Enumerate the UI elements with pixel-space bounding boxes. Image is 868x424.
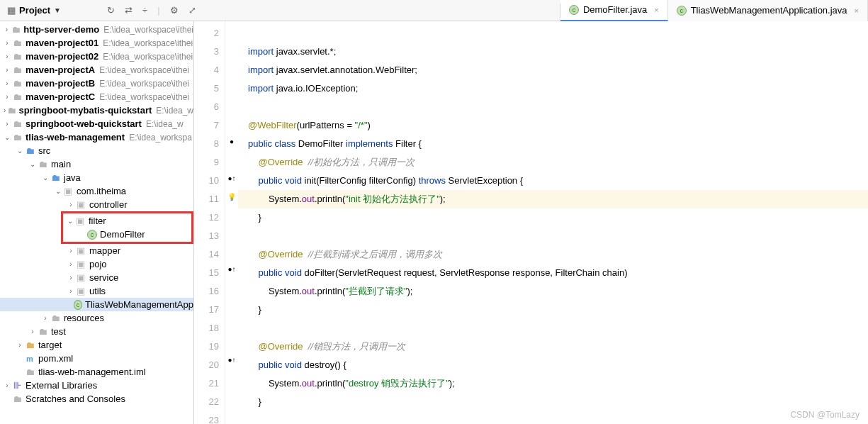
node-path: E:\idea_workspa [129, 133, 192, 143]
node-label: springboot-web-quickstart [26, 118, 142, 129]
node-label: TliasWebManagementApp [85, 299, 193, 310]
expand-icon[interactable]: › [28, 328, 37, 335]
close-icon[interactable]: × [654, 6, 658, 14]
tree-node[interactable]: ›▣utils [0, 284, 193, 298]
editor-tab[interactable]: cTliasWebManagementApplication.java× [668, 0, 868, 21]
tree-node[interactable]: ⌄🖿java [0, 171, 193, 184]
line-numbers: 234567891011121314151617181920212223 [194, 21, 225, 424]
code-area[interactable]: import javax.servlet.*;import javax.serv… [238, 21, 627, 424]
expand-icon[interactable]: › [3, 26, 11, 33]
tree-node[interactable]: ›▣pojo [0, 257, 193, 271]
editor-tab[interactable]: cDemoFilter.java× [560, 0, 668, 21]
node-label: test [51, 326, 66, 337]
node-label: tlias-web-management.iml [38, 367, 146, 377]
tree-node[interactable]: ⌄▣com.itheima [0, 184, 193, 198]
toolbar-icon[interactable]: ⤢ [188, 5, 196, 16]
tab-label: TliasWebManagementApplication.java [691, 5, 847, 16]
expand-icon[interactable]: › [3, 79, 11, 87]
tree-node[interactable]: cTliasWebManagementApp [0, 298, 193, 311]
node-label: tlias-web-management [26, 132, 125, 143]
node-path: E:\idea_workspace\ithei [99, 92, 189, 102]
tree-node[interactable]: mpom.xml [0, 352, 193, 365]
tree-node[interactable]: ›🖿target [0, 338, 193, 352]
expand-icon[interactable]: › [67, 260, 75, 268]
tree-node[interactable]: ›🖿maven-projectAE:\idea_workspace\ithei [0, 63, 193, 77]
expand-icon[interactable]: › [3, 52, 11, 60]
folder-icon: 🖿 [50, 313, 61, 323]
expand-icon[interactable]: › [67, 247, 75, 255]
package-icon: ▣ [75, 200, 86, 210]
tree-node[interactable]: ›⊪External Libraries [0, 379, 193, 392]
tree-node[interactable]: ›🖿maven-project01E:\idea_workspace\ithei [0, 36, 193, 50]
node-label: filter [89, 216, 106, 226]
node-label: maven-project01 [26, 38, 98, 48]
node-label: maven-project02 [26, 51, 98, 62]
node-label: resources [64, 313, 104, 323]
expand-icon[interactable]: ⌄ [66, 217, 74, 225]
tree-node[interactable]: ›▣mapper [0, 244, 193, 257]
tree-node[interactable]: ›🖿test [0, 325, 193, 338]
node-label: utils [89, 286, 106, 296]
node-label: Scratches and Consoles [26, 394, 125, 404]
tree-node[interactable]: ›▣controller [0, 198, 193, 211]
expand-icon[interactable]: › [67, 274, 75, 281]
tree-node[interactable]: ›▣service [0, 271, 193, 284]
toolbar-icon[interactable]: ↻ [107, 5, 115, 16]
expand-icon[interactable]: › [3, 120, 11, 128]
expand-icon[interactable]: ⌄ [28, 160, 37, 168]
expand-icon[interactable]: › [3, 66, 11, 74]
tree-node[interactable]: cDemoFilter [63, 228, 191, 241]
expand-icon[interactable]: ⌄ [54, 187, 62, 195]
tree-node[interactable]: ⌄🖿main [0, 157, 193, 171]
folder-icon: 🖿 [11, 133, 23, 143]
expand-icon[interactable]: › [3, 93, 11, 101]
expand-icon[interactable]: › [3, 381, 11, 389]
expand-icon[interactable]: ⌄ [3, 133, 11, 141]
node-label: maven-projectB [26, 78, 95, 89]
folder-icon: 🖿 [11, 65, 23, 75]
node-path: E:\idea_workspace\ithei [103, 25, 193, 35]
expand-icon[interactable]: › [3, 39, 11, 47]
project-tool-label[interactable]: ▦ Project ▼ [0, 5, 68, 16]
tree-node[interactable]: ›🖿maven-projectCE:\idea_workspace\ithei [0, 90, 193, 104]
toolbar-icon[interactable]: ⚙ [170, 5, 179, 16]
tree-node[interactable]: ⌄🖿src [0, 144, 193, 157]
tree-node[interactable]: ›🖿http-server-demoE:\idea_workspace\ithe… [0, 23, 193, 36]
tree-node[interactable]: ›🖿resources [0, 311, 193, 325]
node-path: E:\idea_workspace\ithei [103, 38, 193, 48]
code-editor[interactable]: 234567891011121314151617181920212223 ●●↑… [194, 21, 868, 424]
tree-node[interactable]: ›🖿springboot-mybatis-quickstartE:\idea_w [0, 104, 193, 117]
tree-node[interactable]: 🖿Scratches and Consoles [0, 392, 193, 406]
node-label: pojo [89, 259, 107, 269]
expand-icon[interactable]: ⌄ [41, 174, 50, 182]
maven-icon: m [24, 354, 35, 364]
expand-icon[interactable]: › [67, 287, 75, 295]
editor-tabs: cDemoFilter.java×cTliasWebManagementAppl… [560, 0, 868, 21]
toolbar-icon[interactable]: ⇄ [125, 5, 133, 16]
tree-node[interactable]: ⌄🖿tlias-web-managementE:\idea_workspa [0, 130, 193, 144]
tree-node[interactable]: ›🖿maven-project02E:\idea_workspace\ithei [0, 50, 193, 63]
watermark: CSDN @TomLazy [790, 410, 859, 420]
node-label: target [38, 340, 62, 350]
highlighted-group: ⌄▣filtercDemoFilter [61, 211, 193, 244]
folder-icon: 🖿 [11, 38, 23, 48]
expand-icon[interactable]: ⌄ [16, 147, 24, 155]
toolbar-icon[interactable]: ÷ [142, 5, 147, 16]
expand-icon[interactable]: › [41, 314, 50, 322]
project-toolbar: ↻ ⇄ ÷ | ⚙ ⤢ [107, 5, 196, 16]
folder-icon: 🖿 [24, 340, 35, 350]
tree-node[interactable]: ›🖿springboot-web-quickstartE:\idea_w [0, 117, 193, 130]
library-icon: ⊪ [11, 381, 23, 391]
tree-node[interactable]: ⌄▣filter [63, 214, 191, 228]
folder-icon: 🖿 [11, 79, 23, 89]
node-label: External Libraries [26, 380, 97, 391]
tree-node[interactable]: ›🖿maven-projectBE:\idea_workspace\ithei [0, 77, 193, 90]
close-icon[interactable]: × [855, 6, 859, 15]
package-icon: ▣ [75, 260, 86, 269]
expand-icon[interactable]: › [67, 201, 75, 208]
package-icon: ▣ [75, 246, 86, 256]
project-tree[interactable]: ›🖿http-server-demoE:\idea_workspace\ithe… [0, 21, 194, 424]
expand-icon[interactable]: › [16, 341, 24, 349]
tree-node[interactable]: 🖿tlias-web-management.iml [0, 365, 193, 379]
folder-icon: 🖿 [50, 173, 61, 183]
